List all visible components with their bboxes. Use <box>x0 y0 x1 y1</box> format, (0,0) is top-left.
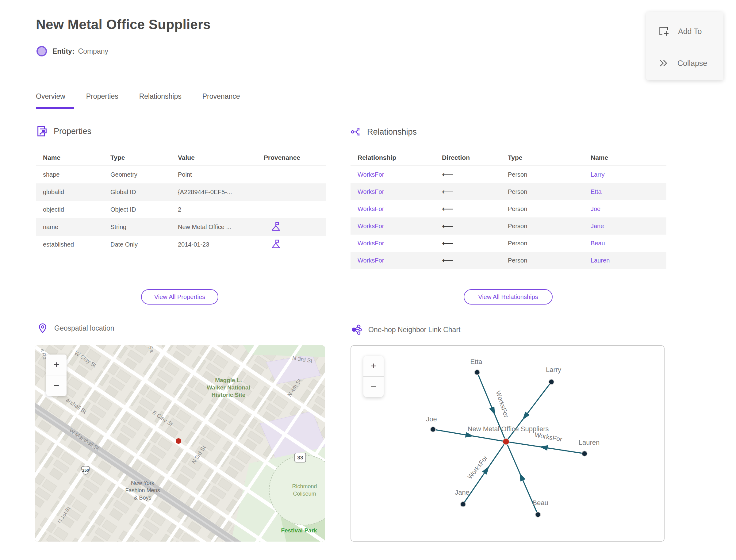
view-all-relationships-button[interactable]: View All Relationships <box>464 289 553 305</box>
column-header: Name <box>584 154 666 161</box>
property-value: New Metal Office ... <box>171 224 257 231</box>
related-entity-link[interactable]: Etta <box>584 188 666 195</box>
map-image: k RdW Clay StSaarshall StE Clay StW Mars… <box>35 345 325 542</box>
related-entity-link[interactable]: Beau <box>584 240 666 247</box>
chart-zoom-control: + − <box>363 356 384 397</box>
property-value: Point <box>171 171 257 178</box>
related-entity-type: Person <box>501 188 584 195</box>
chart-node-label: Beau <box>532 499 548 507</box>
tab[interactable]: Relationships <box>139 92 190 109</box>
page-title: New Metal Office Suppliers <box>36 17 211 32</box>
relationship-direction: ⟵ <box>435 204 501 214</box>
view-all-properties-button[interactable]: View All Properties <box>141 289 218 305</box>
chart-edge-label: WorksFor <box>534 431 563 443</box>
collapse-chevrons-icon <box>658 57 669 69</box>
relationship-type-link[interactable]: WorksFor <box>351 171 435 178</box>
chart-node[interactable] <box>582 451 587 456</box>
relationships-table: RelationshipDirectionTypeName WorksFor ⟵… <box>351 150 666 269</box>
column-header: Provenance <box>257 154 326 161</box>
provenance-flag-icon[interactable] <box>270 238 281 249</box>
map-canvas[interactable]: k RdW Clay StSaarshall StE Clay StW Mars… <box>35 345 325 542</box>
chart-edge-label: WorksFor <box>466 454 489 481</box>
link-chart-canvas[interactable]: WorksForWorksForWorksForEttaLarryJoeLaur… <box>351 345 665 542</box>
chart-zoom-out-button[interactable]: − <box>363 377 384 397</box>
map-zoom-out-button[interactable]: − <box>46 375 67 396</box>
chart-edge-arrowhead <box>489 406 495 415</box>
related-entity-link[interactable]: Lauren <box>584 257 666 264</box>
link-chart-icon <box>351 324 362 336</box>
tab[interactable]: Properties <box>86 92 127 109</box>
entity-type-dot <box>36 46 47 56</box>
map-label: Coliseum <box>293 491 316 497</box>
relationship-type-link[interactable]: WorksFor <box>351 257 435 264</box>
chart-edge-arrowhead <box>539 445 548 451</box>
relationship-row: WorksFor ⟵ Person Jane <box>351 217 666 235</box>
chart-center-node[interactable] <box>503 439 509 445</box>
svg-text:250: 250 <box>82 468 89 473</box>
column-header: Direction <box>435 154 501 161</box>
map-label: Festival Park <box>281 527 317 534</box>
provenance-flag-icon[interactable] <box>270 221 281 232</box>
chart-center-node-label: New Metal Office Suppliers <box>468 425 549 433</box>
geospatial-header: Geospatial location <box>37 323 114 334</box>
property-type: Date Only <box>103 241 171 248</box>
relationship-type-link[interactable]: WorksFor <box>351 223 435 230</box>
tab[interactable]: Provenance <box>202 92 249 109</box>
property-name: shape <box>36 171 103 178</box>
chart-node[interactable] <box>549 379 554 385</box>
column-header: Type <box>103 154 171 161</box>
entity-location-marker[interactable] <box>176 438 181 444</box>
chart-node-label: Joe <box>426 415 437 423</box>
relationships-section-title: Relationships <box>367 127 417 137</box>
relationship-type-link[interactable]: WorksFor <box>351 240 435 247</box>
map-pin-icon <box>37 323 48 334</box>
relationship-row: WorksFor ⟵ Person Larry <box>351 166 666 183</box>
relationship-type-link[interactable]: WorksFor <box>351 205 435 213</box>
chart-node[interactable] <box>475 370 480 375</box>
map-zoom-in-button[interactable]: + <box>46 355 67 375</box>
entity-row: Entity: Company <box>36 46 108 56</box>
relationship-row: WorksFor ⟵ Person Beau <box>351 235 666 252</box>
link-chart-title: One-hop Neighbor Link Chart <box>368 326 460 334</box>
relationship-direction: ⟵ <box>435 170 501 179</box>
map-label: New York <box>131 480 155 486</box>
property-value: 2014-01-23 <box>171 241 257 248</box>
map-label: Fashion Mens <box>125 487 160 493</box>
properties-icon <box>36 125 48 137</box>
add-to-button[interactable]: Add To <box>646 21 723 41</box>
map-label: Richmond <box>292 483 317 489</box>
chart-node[interactable] <box>535 512 541 517</box>
related-entity-type: Person <box>501 171 584 178</box>
geospatial-title: Geospatial location <box>54 324 114 332</box>
property-name: established <box>36 241 103 248</box>
related-entity-link[interactable]: Joe <box>584 205 666 213</box>
chart-zoom-in-button[interactable]: + <box>363 356 384 376</box>
related-entity-link[interactable]: Larry <box>584 171 666 178</box>
chart-edge-arrowhead <box>465 432 474 438</box>
link-chart: WorksForWorksForWorksForEttaLarryJoeLaur… <box>351 346 664 541</box>
collapse-button[interactable]: Collapse <box>646 53 723 73</box>
relationship-row: WorksFor ⟵ Person Joe <box>351 200 666 217</box>
link-chart-header: One-hop Neighbor Link Chart <box>351 324 460 336</box>
column-header: Relationship <box>351 154 435 161</box>
chart-node[interactable] <box>431 427 436 432</box>
properties-section-title: Properties <box>54 127 91 136</box>
chart-node-label: Lauren <box>579 439 600 446</box>
properties-table-head: NameTypeValueProvenance <box>36 150 326 166</box>
relationship-direction: ⟵ <box>435 221 501 231</box>
map-zoom-control: + − <box>46 355 67 396</box>
tab[interactable]: Overview <box>36 92 74 109</box>
related-entity-type: Person <box>501 257 584 264</box>
collapse-label: Collapse <box>677 59 707 68</box>
chart-node[interactable] <box>461 502 466 507</box>
property-type: String <box>103 224 171 231</box>
relationship-type-link[interactable]: WorksFor <box>351 188 435 195</box>
map-label: & Boys <box>134 495 151 501</box>
related-entity-type: Person <box>501 223 584 230</box>
relationships-icon <box>351 126 362 137</box>
related-entity-type: Person <box>501 240 584 247</box>
related-entity-link[interactable]: Jane <box>584 223 666 230</box>
property-row: shape Geometry Point <box>36 166 326 183</box>
column-header: Value <box>171 154 257 161</box>
related-entity-type: Person <box>501 205 584 213</box>
